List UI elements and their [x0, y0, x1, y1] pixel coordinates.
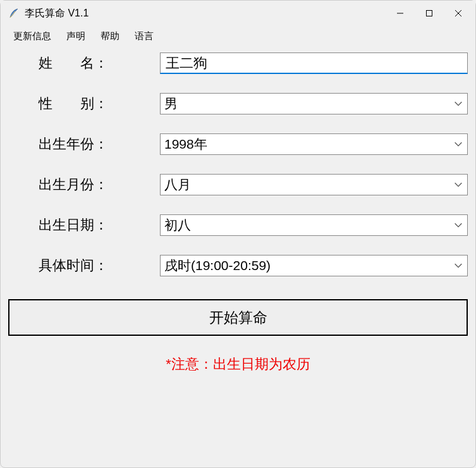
select-gender[interactable]: 男 [160, 93, 468, 114]
input-name[interactable] [160, 52, 468, 74]
maximize-button[interactable] [415, 3, 444, 23]
label-name: 姓 名： [8, 54, 160, 73]
row-year: 出生年份： 1998年 [8, 132, 468, 156]
chevron-down-icon [453, 180, 463, 190]
select-month-value: 八月 [164, 176, 453, 194]
svg-rect-1 [427, 11, 432, 16]
row-time: 具体时间： 戌时(19:00-20:59) [8, 254, 468, 278]
label-year: 出生年份： [8, 135, 160, 154]
menu-statement[interactable]: 声明 [59, 28, 93, 45]
form-content: 姓 名： 性 别： 男 出生年份： 1998年 出生月份： [1, 46, 475, 467]
row-month: 出生月份： 八月 [8, 173, 468, 197]
select-month[interactable]: 八月 [160, 174, 468, 195]
select-day[interactable]: 初八 [160, 214, 468, 236]
row-name: 姓 名： [8, 51, 468, 75]
label-gender: 性 别： [8, 94, 160, 113]
titlebar: 李氏算命 V1.1 [1, 1, 475, 26]
select-year[interactable]: 1998年 [160, 133, 468, 155]
minimize-button[interactable] [386, 3, 415, 23]
start-button[interactable]: 开始算命 [8, 299, 468, 336]
label-time: 具体时间： [8, 256, 160, 275]
row-gender: 性 别： 男 [8, 92, 468, 116]
menubar: 更新信息 声明 帮助 语言 [1, 26, 475, 46]
select-day-value: 初八 [164, 216, 453, 234]
select-gender-value: 男 [164, 95, 453, 113]
menu-help[interactable]: 帮助 [93, 28, 127, 45]
select-time-value: 戌时(19:00-20:59) [164, 257, 453, 274]
window-controls [386, 3, 473, 23]
chevron-down-icon [453, 220, 463, 230]
menu-language[interactable]: 语言 [127, 28, 161, 45]
chevron-down-icon [453, 261, 463, 271]
select-time[interactable]: 戌时(19:00-20:59) [160, 255, 468, 276]
close-button[interactable] [444, 3, 473, 23]
row-day: 出生日期： 初八 [8, 213, 468, 237]
feather-icon [8, 8, 20, 19]
window-title: 李氏算命 V1.1 [25, 7, 386, 20]
chevron-down-icon [453, 139, 463, 149]
note-text: *注意：出生日期为农历 [8, 355, 468, 374]
app-window: 李氏算命 V1.1 更新信息 声明 帮助 语言 姓 名： 性 别： 男 [0, 0, 476, 468]
label-month: 出生月份： [8, 175, 160, 194]
menu-update[interactable]: 更新信息 [6, 28, 59, 45]
select-year-value: 1998年 [164, 135, 453, 153]
label-day: 出生日期： [8, 216, 160, 235]
chevron-down-icon [453, 99, 463, 109]
start-button-label: 开始算命 [209, 308, 267, 328]
